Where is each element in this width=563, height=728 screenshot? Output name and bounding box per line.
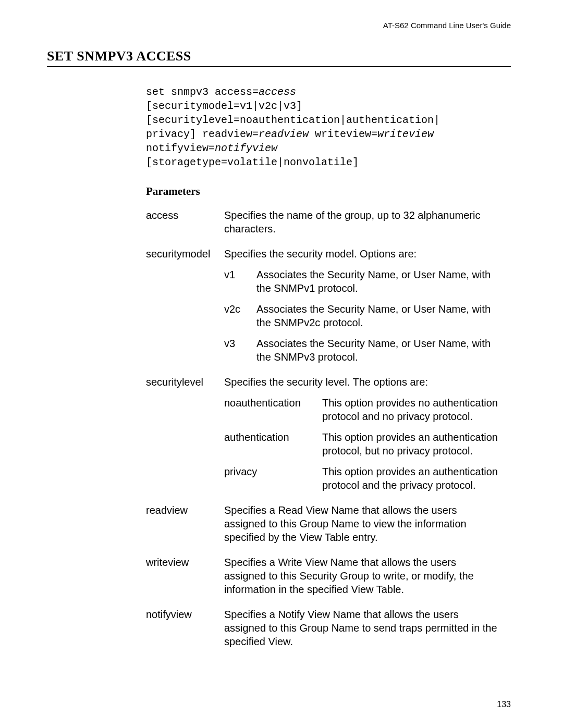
- option-key: noauthentication: [224, 396, 322, 423]
- syntax-text: notifyview=: [146, 142, 215, 154]
- syntax-line: notifyview=notifyview: [146, 141, 500, 155]
- option-noauthentication: noauthentication This option provides no…: [224, 396, 500, 423]
- option-desc: This option provides an authentication p…: [322, 430, 500, 458]
- option-key: v3: [224, 337, 256, 364]
- param-readview: readview Specifies a Read View Name that…: [146, 503, 500, 544]
- param-name: access: [146, 208, 224, 236]
- param-name: readview: [146, 503, 224, 544]
- option-v1: v1 Associates the Security Name, or User…: [224, 268, 500, 295]
- syntax-text: writeview=: [309, 128, 377, 140]
- section-title: SET SNMPV3 ACCESS: [47, 48, 511, 67]
- syntax-var: notifyview: [215, 142, 277, 154]
- parameters-heading: Parameters: [146, 185, 500, 198]
- command-syntax: set snmpv3 access=access [securitymodel=…: [146, 85, 500, 169]
- option-key: authentication: [224, 430, 322, 458]
- option-desc: Associates the Security Name, or User Na…: [256, 268, 500, 295]
- option-authentication: authentication This option provides an a…: [224, 430, 500, 458]
- param-name: writeview: [146, 556, 224, 596]
- option-desc: This option provides an authentication p…: [322, 465, 500, 492]
- syntax-line: privacy] readview=readview writeview=wri…: [146, 127, 500, 141]
- param-securitylevel: securitylevel Specifies the security lev…: [146, 375, 500, 492]
- param-notifyview: notifyview Specifies a Notify View Name …: [146, 608, 500, 648]
- param-desc: Specifies the security level. The option…: [224, 375, 500, 492]
- option-key: v1: [224, 268, 256, 295]
- syntax-text: set snmpv3 access=: [146, 86, 259, 98]
- syntax-text: privacy] readview=: [146, 128, 259, 140]
- option-desc: Associates the Security Name, or User Na…: [256, 337, 500, 364]
- option-privacy: privacy This option provides an authenti…: [224, 465, 500, 492]
- param-writeview: writeview Specifies a Write View Name th…: [146, 556, 500, 596]
- param-access: access Specifies the name of the group, …: [146, 208, 500, 236]
- param-name: securitylevel: [146, 375, 224, 492]
- option-key: privacy: [224, 465, 322, 492]
- syntax-line: [securitymodel=v1|v2c|v3]: [146, 99, 500, 113]
- param-desc: Specifies the security model. Options ar…: [224, 247, 500, 364]
- option-v3: v3 Associates the Security Name, or User…: [224, 337, 500, 364]
- param-desc-text: Specifies the security model. Options ar…: [224, 247, 500, 261]
- syntax-line: [securitylevel=noauthentication|authenti…: [146, 113, 500, 127]
- body-column: set snmpv3 access=access [securitymodel=…: [146, 85, 500, 648]
- param-desc: Specifies a Read View Name that allows t…: [224, 503, 500, 544]
- page-number: 133: [497, 700, 511, 709]
- page: AT-S62 Command Line User's Guide SET SNM…: [0, 0, 563, 728]
- syntax-var: readview: [259, 128, 309, 140]
- param-name: notifyview: [146, 608, 224, 648]
- param-desc-text: Specifies the security level. The option…: [224, 375, 500, 389]
- param-desc: Specifies the name of the group, up to 3…: [224, 208, 500, 236]
- syntax-var: access: [259, 86, 296, 98]
- running-header: AT-S62 Command Line User's Guide: [47, 21, 511, 30]
- param-name: securitymodel: [146, 247, 224, 364]
- param-desc: Specifies a Write View Name that allows …: [224, 556, 500, 596]
- param-securitymodel: securitymodel Specifies the security mod…: [146, 247, 500, 364]
- param-desc: Specifies a Notify View Name that allows…: [224, 608, 500, 648]
- syntax-var: writeview: [377, 128, 434, 140]
- option-desc: Associates the Security Name, or User Na…: [256, 302, 500, 329]
- syntax-line: set snmpv3 access=access: [146, 85, 500, 99]
- option-v2c: v2c Associates the Security Name, or Use…: [224, 302, 500, 329]
- option-desc: This option provides no authentication p…: [322, 396, 500, 423]
- option-key: v2c: [224, 302, 256, 329]
- syntax-line: [storagetype=volatile|nonvolatile]: [146, 155, 500, 169]
